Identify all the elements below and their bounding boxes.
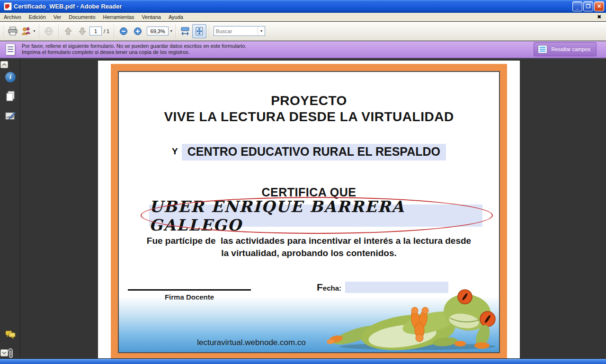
horizontal-scrollbar[interactable] <box>0 358 606 364</box>
previous-page-button-disabled[interactable] <box>61 24 75 38</box>
toolbar-separator <box>39 25 39 38</box>
restore-button[interactable]: ❐ <box>583 1 593 11</box>
search-input[interactable] <box>214 27 258 35</box>
title-bar[interactable]: Certificado_WEB.pdf - Adobe Reader _ ❐ ✕ <box>0 0 606 13</box>
comments-panel-button[interactable] <box>5 330 16 341</box>
pdf-file-icon <box>4 2 12 10</box>
certificate-title-line2: VIVE LA LECTURA DESDE LA VIRTUALIDAD <box>119 109 499 124</box>
info-icon: i <box>5 72 16 82</box>
next-page-button-disabled[interactable] <box>75 24 89 38</box>
collaboration-icon <box>20 27 32 36</box>
signatures-panel-button[interactable] <box>5 111 16 123</box>
red-circle-annotation <box>141 197 493 234</box>
website-url: lecturavirtual.webnode.com.co <box>176 338 327 347</box>
share-globe-icon <box>44 27 54 36</box>
school-form-field[interactable]: CENTRO EDUCATIVO RURAL EL RESPALDO <box>182 144 446 160</box>
zoom-in-icon <box>134 27 142 36</box>
form-document-icon <box>6 44 15 55</box>
zoom-level-input[interactable] <box>147 27 169 36</box>
school-row: YCENTRO EDUCATIVO RURAL EL RESPALDO <box>119 144 499 160</box>
form-message-text: Por favor, rellene el siguiente formular… <box>22 43 246 55</box>
toolbar-separator <box>209 25 209 38</box>
toolbar-separator <box>114 25 114 38</box>
toolbar-separator <box>175 25 176 38</box>
collaboration-button[interactable]: ▼ <box>20 24 36 38</box>
pdf-page: PROYECTO VIVE LA LECTURA DESDE LA VIRTUA… <box>98 61 520 358</box>
pages-icon <box>5 90 16 104</box>
zoom-out-button[interactable] <box>116 24 131 38</box>
body-line2: la virtualidad, aprobando los contenidos… <box>119 247 499 259</box>
chevron-down-icon: ▼ <box>33 29 36 33</box>
main-area: i PROYECTO VIVE LA LECTURA DESDE <box>0 59 606 358</box>
page-number-input[interactable] <box>89 27 102 36</box>
info-panel-button[interactable]: i <box>5 71 16 83</box>
document-canvas: PROYECTO VIVE LA LECTURA DESDE LA VIRTUA… <box>21 59 597 358</box>
certificate-body-text: Fue partícipe de las actividades para in… <box>119 235 499 259</box>
signature-line <box>128 289 251 291</box>
fit-page-icon <box>194 26 205 36</box>
fit-width-icon <box>180 26 190 36</box>
scroll-down-button[interactable] <box>0 349 8 356</box>
close-document-icon[interactable]: ✖ <box>597 14 601 19</box>
adobe-reader-window: Certificado_WEB.pdf - Adobe Reader _ ❐ ✕… <box>0 0 606 364</box>
frog-image <box>323 289 499 352</box>
toolbar-separator <box>58 25 59 38</box>
highlight-fields-label: Resaltar campos <box>551 46 590 52</box>
form-message-bar: Por favor, rellene el siguiente formular… <box>0 41 606 58</box>
and-label: Y <box>172 146 178 156</box>
zoom-out-icon <box>119 27 128 36</box>
scroll-up-button[interactable] <box>0 61 8 68</box>
certificate-title-line1: PROYECTO <box>119 93 499 108</box>
body-line1: Fue partícipe de las actividades para in… <box>119 235 499 247</box>
minimize-button[interactable]: _ <box>572 1 582 11</box>
pages-panel-button[interactable] <box>5 91 16 103</box>
print-button[interactable] <box>6 24 20 38</box>
highlight-fields-icon <box>538 45 547 53</box>
menu-archivo[interactable]: Archivo <box>0 13 25 21</box>
page-total-label: / 1 <box>104 28 109 34</box>
menu-ayuda[interactable]: Ayuda <box>165 13 187 21</box>
fit-page-button[interactable] <box>192 24 206 38</box>
printer-icon <box>8 27 18 36</box>
menu-herramientas[interactable]: Herramientas <box>99 13 138 21</box>
page-down-icon <box>78 27 87 36</box>
comments-icon <box>5 329 16 342</box>
signature-icon <box>5 111 16 123</box>
fit-width-button[interactable] <box>178 24 192 38</box>
form-message-line2: Imprima el formulario completo si desea … <box>22 49 246 55</box>
menu-ventana[interactable]: Ventana <box>138 13 165 21</box>
close-button[interactable]: ✕ <box>594 1 604 11</box>
window-title: Certificado_WEB.pdf - Adobe Reader <box>14 3 572 10</box>
navigation-sidebar: i <box>0 59 20 358</box>
search-dropdown-icon[interactable]: ▼ <box>258 27 265 36</box>
menu-edicion[interactable]: Edición <box>25 13 50 21</box>
zoom-in-button[interactable] <box>131 24 145 38</box>
page-up-icon <box>63 27 73 36</box>
menu-ver[interactable]: Ver <box>50 13 65 21</box>
certificate-body: PROYECTO VIVE LA LECTURA DESDE LA VIRTUA… <box>118 71 500 353</box>
zoom-dropdown-icon[interactable]: ▼ <box>169 29 173 33</box>
certificate-orange-border: PROYECTO VIVE LA LECTURA DESDE LA VIRTUA… <box>111 64 507 358</box>
menu-documento[interactable]: Documento <box>65 13 99 21</box>
share-button-disabled[interactable] <box>42 24 56 38</box>
toolbar-handle <box>2 25 4 37</box>
form-message-line1: Por favor, rellene el siguiente formular… <box>22 43 246 49</box>
highlight-fields-button[interactable]: Resaltar campos <box>534 42 597 56</box>
toolbar: ▼ / 1 ▼ ▼ <box>0 22 606 41</box>
menu-bar: Archivo Edición Ver Documento Herramient… <box>0 13 606 21</box>
